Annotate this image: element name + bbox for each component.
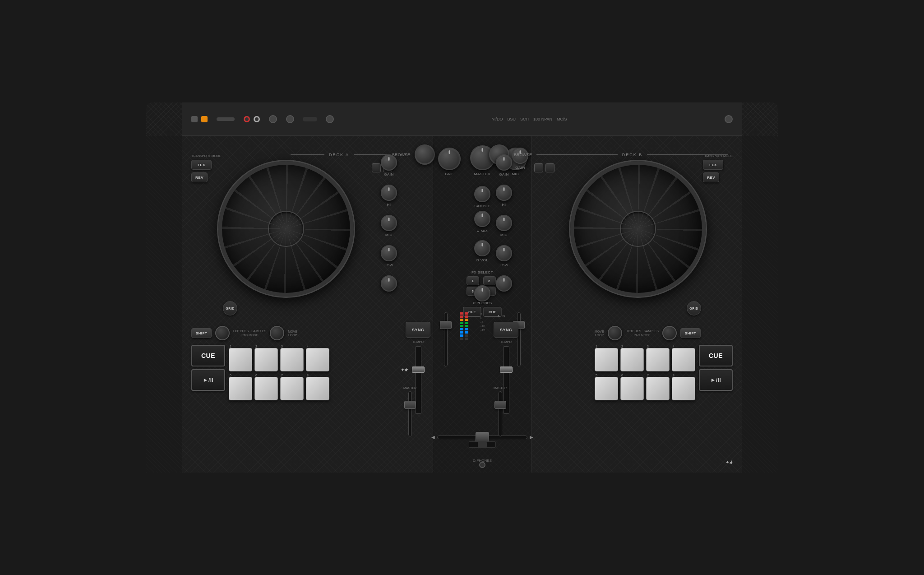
deck-b-grid-btn[interactable]: GRID [687, 301, 701, 315]
deck-a-browse-knob[interactable] [415, 144, 435, 165]
deck-b-encoder-1[interactable] [608, 326, 622, 340]
deck-b-grid-wrap: GRID [570, 301, 701, 315]
mixer-gain-knob[interactable] [438, 148, 461, 170]
deck-a-sq-btn-1[interactable] [372, 163, 381, 172]
deck-a-pad-7[interactable] [280, 377, 304, 400]
jog-a-lines [222, 165, 350, 293]
deck-a-samples-label: SAMPLES [251, 329, 266, 333]
deck-b-jog-wheel[interactable] [570, 161, 706, 297]
deck-b-sq-btn-2[interactable] [545, 163, 554, 172]
deck-a-pad-5[interactable] [229, 377, 252, 400]
deck-b-play-btn[interactable]: ►/II [699, 369, 733, 391]
deck-b-fader-track [499, 391, 502, 436]
deck-a-pad-1-group: 1 [229, 345, 252, 371]
deck-a-grid-btn[interactable]: GRID [223, 301, 237, 315]
vu-r-seg-b1 [465, 328, 468, 330]
deck-a-grid-group: GRID [223, 301, 237, 315]
deck-b-fader-handle[interactable] [494, 401, 506, 409]
deck-a-sync-btn[interactable]: SYNC [406, 322, 430, 338]
deck-a-pad-7-num: 7 [281, 374, 283, 377]
deck-b: BROWSE DECK B TRANSPORT MODE FLX REV [489, 136, 742, 473]
deck-b-pad-8[interactable] [672, 377, 695, 400]
deck-b-encoder-2[interactable] [662, 326, 677, 340]
vu-right [465, 312, 468, 340]
deck-a-gain-knob[interactable] [381, 154, 397, 171]
deck-a-pad-4-group: 4 [306, 345, 329, 371]
labels-row: NI/DO BSU SCH 100 NPAN MC/S [492, 117, 567, 121]
deck-b-grid-label: GRID [689, 307, 698, 310]
deck-b-sync-btn[interactable]: SYNC [494, 322, 518, 338]
deck-a-play-btn[interactable]: ►/II [191, 369, 225, 391]
deck-b-pad-1[interactable] [595, 348, 618, 371]
led-power [191, 116, 198, 122]
mixer-fader-a-handle[interactable] [440, 321, 452, 329]
rca-group-left [244, 116, 260, 122]
deck-a-pad-4[interactable] [306, 348, 329, 371]
deck-b-logo-text: ✦★ [725, 460, 733, 465]
deck-b-samples-label: SAMPLES [644, 329, 659, 333]
mixer-fx-knob[interactable] [474, 285, 490, 301]
deck-a-jog-wheel[interactable] [218, 161, 354, 297]
deck-a-cue-btn[interactable]: CUE [191, 345, 225, 366]
deck-a-tempo-label: TEMPO [412, 340, 424, 343]
deck-b-hi-knob[interactable] [496, 185, 512, 201]
deck-a-hotcues-label: HOTCUES [233, 329, 249, 333]
crossfader-handle[interactable] [476, 432, 489, 443]
rca-left-w [254, 116, 260, 122]
deck-b-pads-row1: 1 2 3 [595, 345, 695, 371]
deck-b-pad-2[interactable] [620, 348, 644, 371]
deck-a-pad-6[interactable] [254, 377, 278, 400]
jack-2 [286, 115, 294, 123]
deck-a-rev-btn[interactable]: REV [191, 172, 208, 182]
deck-a-transport: TRANSPORT MODE FLX REV [191, 154, 221, 182]
deck-b-cue-btn[interactable]: CUE [699, 345, 733, 366]
deck-b-pad-7[interactable] [646, 377, 670, 400]
mixer-omega-vol-label: Ω VOL [476, 258, 489, 262]
deck-b-pad-6[interactable] [620, 377, 644, 400]
deck-b-pad-3[interactable] [646, 348, 670, 371]
deck-b-mid-knob[interactable] [496, 215, 512, 231]
vu-r-seg-g1 [465, 322, 468, 324]
vu-seg-b2 [460, 331, 463, 334]
vu-r-seg-r2 [465, 315, 468, 318]
deck-b-flx-btn[interactable]: FLX [703, 160, 723, 170]
deck-b-shift-btn[interactable]: SHIFT [680, 328, 701, 338]
deck-a-pad-3[interactable] [280, 348, 304, 371]
mixer-omega-mix-knob[interactable] [474, 211, 490, 227]
deck-b-sq-btn-1[interactable] [534, 163, 543, 172]
deck-a-fader-track [408, 391, 412, 436]
fx-btn-1[interactable]: 1 [467, 276, 479, 285]
deck-a-low-knob[interactable] [381, 245, 397, 261]
deck-b-extra-knob[interactable] [496, 275, 512, 292]
deck-a-pad-8[interactable] [306, 377, 329, 400]
deck-b-pad-3-num: 3 [647, 345, 649, 348]
deck-a-encoder-2[interactable] [270, 326, 284, 340]
deck-b-low-knob[interactable] [496, 245, 512, 261]
slider-1[interactable] [303, 117, 317, 121]
mixer-vu-meters [460, 312, 468, 340]
deck-a-shift-btn[interactable]: SHIFT [191, 328, 212, 338]
mixer-sample-inner: SAMPLE [474, 186, 490, 208]
deck-b-shift-row: MOVE LOOP HOTCUES SAMPLES [595, 326, 733, 340]
vu-seg-b1 [460, 328, 463, 330]
deck-b-gain-knob[interactable] [496, 154, 512, 171]
mixer-sample-knob[interactable] [474, 186, 490, 202]
deck-a-encoder-1[interactable] [215, 326, 230, 340]
deck-b-pad-4[interactable] [672, 348, 695, 371]
deck-b-channel-fader: MASTER [494, 386, 507, 436]
rca-left-r [244, 116, 250, 122]
deck-a-extra-knob[interactable] [381, 275, 397, 292]
mixer-omega-vol-knob[interactable] [474, 240, 490, 256]
deck-a-eq: GAIN HI MID LOW [381, 154, 397, 292]
deck-a-pad-2-num: 2 [255, 345, 257, 348]
deck-a-samples-group: SAMPLES [251, 329, 266, 333]
deck-a-pad-2[interactable] [254, 348, 278, 371]
deck-b-pad-5[interactable] [595, 377, 618, 400]
deck-a-pad-1[interactable] [229, 348, 252, 371]
deck-a-flx-btn[interactable]: FLX [191, 160, 212, 170]
vu-numbers: 6 0 -7 -10 -15 [480, 312, 485, 332]
deck-a-mid-knob[interactable] [381, 215, 397, 231]
deck-b-hi-group: HI [496, 185, 512, 207]
deck-a-hi-knob[interactable] [381, 185, 397, 201]
deck-a-fader-handle[interactable] [404, 401, 416, 409]
